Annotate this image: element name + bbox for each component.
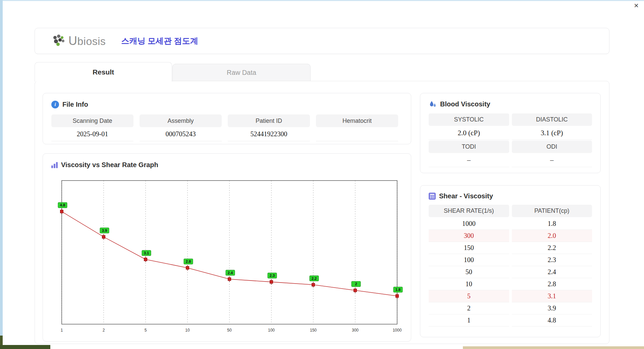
- shear-rate-cell: 1: [429, 314, 509, 327]
- svg-text:5: 5: [145, 328, 147, 333]
- shear-rate-cell: 2: [429, 302, 509, 314]
- svg-text:2.8: 2.8: [186, 259, 191, 263]
- shear-table-header: SHEAR RATE(1/s) PATIENT(cp): [429, 205, 592, 217]
- graph-title-text: Viscosity vs Shear Rate Graph: [61, 161, 158, 169]
- patient-cell: 2.4: [512, 266, 592, 278]
- shear-viscosity-card: Shear - Viscosity SHEAR RATE(1/s) PATIEN…: [420, 185, 601, 337]
- logo-dots-icon: [51, 34, 66, 48]
- info-icon: i: [51, 101, 59, 108]
- viscosity-chart: 125105010015030010004.83.93.12.82.42.32.…: [55, 177, 404, 337]
- svg-text:300: 300: [352, 328, 359, 333]
- svg-text:2.3: 2.3: [270, 273, 275, 278]
- table-row: 10001.8: [429, 218, 592, 230]
- tab-result[interactable]: Result: [35, 62, 172, 82]
- shear-rate-cell: 300: [429, 230, 509, 242]
- table-row: 3002.0: [429, 230, 592, 242]
- shear-viscosity-title: Shear - Viscosity: [429, 192, 592, 200]
- bv-value: 2.0 (cP): [429, 127, 509, 140]
- field-value: [316, 127, 398, 141]
- svg-text:2.4: 2.4: [228, 271, 233, 275]
- shear-rate-cell: 50: [429, 266, 509, 278]
- patient-cell: 2.0: [512, 230, 592, 242]
- file-info-field: Hematocrit: [316, 114, 398, 141]
- file-info-field: Patient ID52441922300: [228, 114, 310, 141]
- svg-text:10: 10: [185, 328, 190, 333]
- field-label: Patient ID: [228, 114, 310, 127]
- bv-value: 3.1 (cP): [512, 127, 592, 140]
- patient-cell: 2.3: [512, 254, 592, 266]
- patient-cell: 3.9: [512, 302, 592, 314]
- app-logo: Ubiosis: [51, 34, 106, 48]
- svg-text:150: 150: [310, 328, 317, 333]
- chart-plot: 125105010015030010004.83.93.12.82.42.32.…: [55, 177, 404, 336]
- patient-cell: 2.8: [512, 278, 592, 290]
- table-row: 1002.3: [429, 254, 592, 266]
- desktop-edge-bottom-left: [0, 345, 50, 349]
- graph-card: Viscosity vs Shear Rate Graph 1251050100…: [43, 153, 411, 342]
- svg-text:1: 1: [61, 328, 63, 333]
- shear-rate-cell: 1000: [429, 218, 509, 230]
- file-info-fields: Scanning Date2025-09-01Assembly000705243…: [51, 114, 402, 141]
- table-row: 14.8: [429, 314, 592, 327]
- svg-text:4.8: 4.8: [60, 203, 65, 207]
- patient-cell: 2.2: [512, 242, 592, 254]
- table-row: 502.4: [429, 266, 592, 278]
- patient-cell: 4.8: [512, 314, 592, 327]
- bv-label: SYSTOLIC: [429, 113, 509, 126]
- app-header: Ubiosis 스캐닝 모세관 점도계: [35, 28, 609, 54]
- shear-rate-cell: 5: [429, 290, 509, 302]
- blood-viscosity-grid: SYSTOLICDIASTOLIC2.0 (cP)3.1 (cP)TODIODI…: [429, 113, 592, 168]
- svg-text:2.2: 2.2: [312, 277, 317, 281]
- file-info-title: i File Info: [51, 101, 402, 108]
- field-label: Hematocrit: [316, 114, 398, 127]
- graph-title: Viscosity vs Shear Rate Graph: [51, 161, 402, 169]
- bv-value: –: [512, 154, 592, 167]
- column-header-shear-rate: SHEAR RATE(1/s): [429, 205, 509, 217]
- field-value: 2025-09-01: [51, 127, 133, 141]
- blood-viscosity-title-text: Blood Viscosity: [440, 100, 490, 108]
- file-info-field: Assembly000705243: [140, 114, 222, 141]
- svg-text:3.1: 3.1: [144, 251, 149, 255]
- field-label: Assembly: [140, 114, 222, 127]
- bv-label: DIASTOLIC: [512, 113, 592, 126]
- desktop-edge-top: [0, 0, 644, 1]
- blood-viscosity-title: Blood Viscosity: [429, 100, 592, 108]
- svg-text:2: 2: [355, 282, 357, 286]
- field-label: Scanning Date: [51, 114, 133, 127]
- svg-text:2: 2: [103, 328, 105, 333]
- file-info-field: Scanning Date2025-09-01: [51, 114, 133, 141]
- bar-chart-icon: [51, 162, 58, 168]
- file-info-title-text: File Info: [62, 101, 88, 108]
- tab-raw-data[interactable]: Raw Data: [172, 64, 311, 81]
- patient-cell: 3.1: [512, 290, 592, 302]
- field-value: 52441922300: [228, 127, 310, 141]
- brand-name: Ubiosis: [68, 34, 106, 48]
- svg-text:50: 50: [227, 328, 232, 333]
- table-row: 53.1: [429, 290, 592, 302]
- bv-label: TODI: [429, 141, 509, 153]
- calculator-icon: [429, 193, 436, 200]
- close-icon[interactable]: ✕: [632, 1, 641, 10]
- bv-label: ODI: [512, 141, 592, 153]
- shear-rate-cell: 150: [429, 242, 509, 254]
- table-row: 23.9: [429, 302, 592, 314]
- bv-value: –: [429, 154, 509, 167]
- svg-text:100: 100: [268, 328, 275, 333]
- column-header-patient: PATIENT(cp): [512, 205, 592, 217]
- shear-rate-cell: 10: [429, 278, 509, 290]
- shear-table-body: 10001.83002.01502.21002.3502.4102.853.12…: [429, 218, 592, 327]
- svg-text:1.8: 1.8: [395, 288, 400, 292]
- page-title: 스캐닝 모세관 점도계: [121, 36, 198, 46]
- blood-drop-icon: [429, 100, 437, 108]
- shear-viscosity-title-text: Shear - Viscosity: [439, 192, 493, 200]
- blood-viscosity-card: Blood Viscosity SYSTOLICDIASTOLIC2.0 (cP…: [420, 93, 601, 173]
- table-row: 102.8: [429, 278, 592, 290]
- file-info-card: i File Info Scanning Date2025-09-01Assem…: [43, 93, 411, 144]
- table-row: 1502.2: [429, 242, 592, 254]
- field-value: 000705243: [140, 127, 222, 141]
- shear-rate-cell: 100: [429, 254, 509, 266]
- desktop-edge-left: [0, 0, 3, 336]
- patient-cell: 1.8: [512, 218, 592, 230]
- svg-text:3.9: 3.9: [102, 229, 107, 233]
- result-panel: i File Info Scanning Date2025-09-01Assem…: [35, 81, 609, 344]
